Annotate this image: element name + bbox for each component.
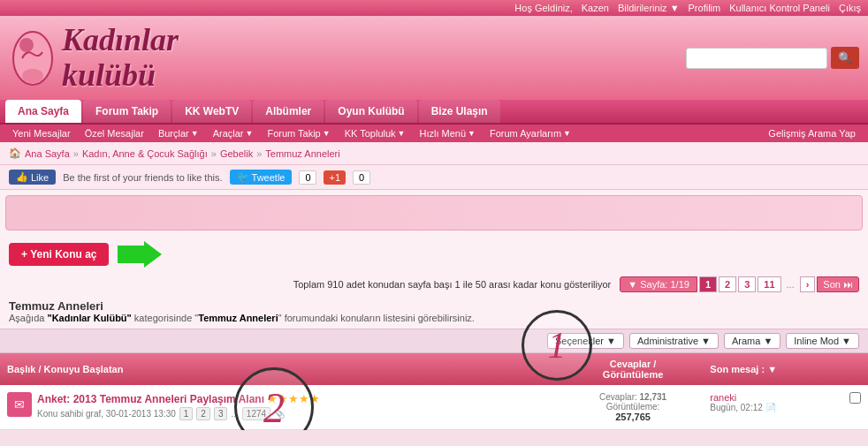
notifications-link[interactable]: Bildirileriniz ▼ [618,3,680,13]
new-topic-button[interactable]: + Yeni Konu aç [9,243,109,266]
forum-table: Başlık / Konuyu Başlatan Cevaplar /Görün… [0,353,868,430]
subnav-ozel-mesajlar[interactable]: Özel Mesajlar [78,125,151,142]
last-post-icon: 📄 [765,403,776,412]
thread-title-link[interactable]: Anket: 2013 Temmuz Anneleri Paylaşım Ala… [37,393,267,405]
advanced-search-link[interactable]: Gelişmiş Arama Yap [761,125,863,142]
page-btn-3[interactable]: 3 [738,276,756,292]
subnav-forum-ayarlari[interactable]: Forum Ayarlarım ▼ [483,125,578,142]
like-button[interactable]: 👍 Like [9,170,56,185]
site-logo: Kadınlar kulübü [9,23,179,93]
administrative-btn[interactable]: Administrative ▼ [629,333,719,349]
ad-banner [5,195,863,231]
svg-point-2 [22,69,43,83]
gplus-count: 0 [353,170,370,185]
thread-page-2[interactable]: 2 [196,407,210,420]
breadcrumb: 🏠 Ana Sayfa » Kadın, Anne & Çocuk Sağlığ… [0,142,868,165]
forum-title: Temmuz Anneleri [9,299,859,313]
subnav-burclar[interactable]: Burçlar ▼ [151,125,206,142]
forum-table-body: ✉ Anket: 2013 Temmuz Anneleri Paylaşım A… [0,385,868,430]
last-post-time: Bugün, 02:12 📄 [710,403,835,412]
tweet-count: 0 [299,170,316,185]
green-arrow-icon [118,241,162,268]
search-button[interactable]: 🔍 [831,47,859,69]
nav-ana-sayfa[interactable]: Ana Sayfa [5,100,81,123]
page-btn-1[interactable]: 1 [699,276,717,292]
last-post-user-link[interactable]: raneki [710,392,736,403]
logo-text: Kadınlar kulübü [62,23,179,93]
thread-checkbox-cell [842,385,868,430]
main-navigation: Ana Sayfa Forum Takip KK WebTV Albümler … [0,100,868,125]
forum-title-section: Temmuz Anneleri Aşağıda "Kadınlar Kulübü… [0,296,868,325]
arama-btn[interactable]: Arama ▼ [724,333,780,349]
table-header-row: Başlık / Konuyu Başlatan Cevaplar /Görün… [0,353,868,385]
nav-oyun-kulubu[interactable]: Oyun Kulübü [325,100,416,123]
fb-icon: 👍 [16,171,28,183]
subnav-araclar[interactable]: Araçlar ▼ [206,125,261,142]
forum-table-head: Başlık / Konuyu Başlatan Cevaplar /Görün… [0,353,868,385]
header-search-area: 🔍 [686,47,859,69]
page-last-btn[interactable]: Son ⏭ [817,276,859,292]
reply-count: 12,731 [640,392,667,402]
forum-name-bold: Temmuz Anneleri [198,313,278,323]
fb-text: Be the first of your friends to like thi… [63,172,222,183]
breadcrumb-current[interactable]: Temmuz Anneleri [265,148,339,159]
gplus-button[interactable]: +1 [324,170,346,185]
thread-page-3[interactable]: 3 [214,407,228,420]
nav-kk-webtv[interactable]: KK WebTV [172,100,251,123]
th-checkbox [842,353,868,385]
inline-mod-btn[interactable]: Inline Mod ▼ [786,333,859,349]
page-btn-11[interactable]: 11 [758,276,780,292]
page-btn-2[interactable]: 2 [719,276,736,292]
top-bar: Hoş Geldiniz, Kazen Bildirileriniz ▼ Pro… [0,0,868,16]
annotation-circle-1: 1 [522,310,592,381]
subnav-forum-takip[interactable]: Forum Takip ▼ [260,125,337,142]
thread-icon: ✉ [7,392,32,417]
table-row: ✉ Anket: 2013 Temmuz Anneleri Paylaşım A… [0,385,868,430]
breadcrumb-category[interactable]: Kadın, Anne & Çocuk Sağlığı [82,148,208,159]
last-post-user: raneki [710,392,835,403]
subnav-yeni-mesajlar[interactable]: Yeni Mesajlar [5,125,78,142]
sub-nav-left: Yeni Mesajlar Özel Mesajlar Burçlar ▼ Ar… [5,125,578,142]
subnav-hizli-menu[interactable]: Hızlı Menü ▼ [412,125,483,142]
social-bar: 👍 Like Be the first of your friends to l… [0,165,868,190]
search-input[interactable] [686,48,827,69]
logout-link[interactable]: Çıkış [839,3,861,13]
main-content: 1 2 🏠 Ana Sayfa » Kadın, Anne & Çocuk Sa… [0,142,868,430]
options-bar: Seçenekler ▼ Administrative ▼ Arama ▼ In… [0,329,868,353]
home-icon: 🏠 [9,147,21,159]
nav-albumler[interactable]: Albümler [253,100,324,123]
svg-point-1 [19,38,34,52]
view-count: 257,765 [570,412,697,422]
pagination-row: Toplam 910 adet konudan sayfa başı 1 ile… [0,273,868,296]
forum-description: Aşağıda "Kadınlar Kulübü" kategorisinde … [9,313,859,323]
logo-svg-icon [9,27,57,89]
page-next-btn[interactable]: › [800,276,816,292]
page-dots: ... [783,277,798,291]
site-header: Kadınlar kulübü 🔍 [0,16,868,100]
welcome-text: Hoş Geldiniz, [514,3,572,13]
tweet-button[interactable]: 🐦 Tweetle [230,170,293,185]
control-panel-link[interactable]: Kullanıcı Kontrol Paneli [729,3,830,13]
forum-toolbar: + Yeni Konu aç [0,236,868,273]
username-link[interactable]: Kazen [582,3,609,13]
views-label: Görüntüleme: [570,402,697,412]
breadcrumb-home[interactable]: Ana Sayfa [25,148,70,159]
thread-page-1[interactable]: 1 [179,407,194,420]
svg-marker-3 [118,241,162,268]
th-lastpost: Son mesaj : ▼ [703,353,842,385]
twitter-icon: 🐦 [237,171,249,183]
profile-link[interactable]: Profilim [689,3,721,13]
subnav-kk-topluluk[interactable]: KK Topluluk ▼ [338,125,413,142]
nav-forum-takip[interactable]: Forum Takip [83,100,171,123]
total-count-text: Toplam 910 adet konudan sayfa başı 1 ile… [9,277,618,291]
page-info: ▼ Sayfa: 1/19 [620,276,697,292]
last-post-cell: raneki Bugün, 02:12 📄 [703,385,842,430]
thread-stats-cell: Cevaplar: 12,731 Görüntüleme: 257,765 [563,385,704,430]
nav-bize-ulasin[interactable]: Bize Ulaşın [419,100,500,123]
thread-checkbox[interactable] [849,392,861,404]
breadcrumb-subcategory[interactable]: Gebelik [220,148,253,159]
sub-navigation: Yeni Mesajlar Özel Mesajlar Burçlar ▼ Ar… [0,125,868,142]
replies-label: Cevaplar: 12,731 [570,392,697,402]
